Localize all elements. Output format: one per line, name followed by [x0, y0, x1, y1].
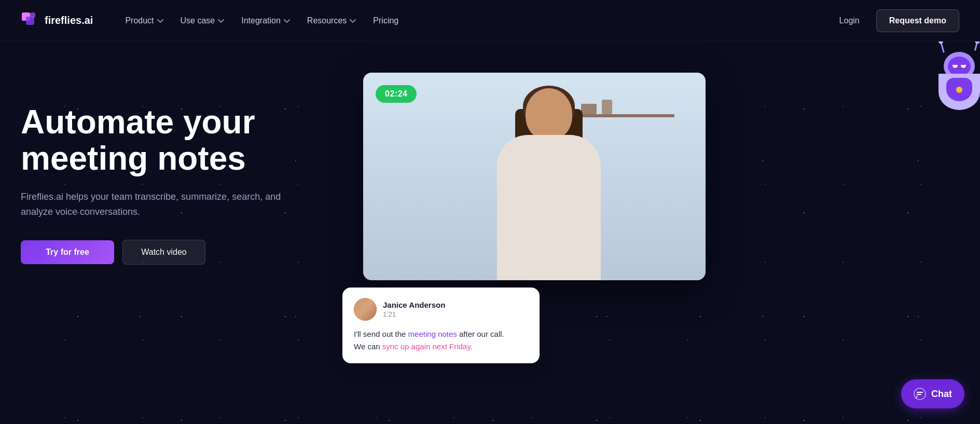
- chat-name: Janice Anderson: [383, 300, 445, 309]
- robot-body: [928, 42, 980, 114]
- svg-rect-1: [26, 17, 34, 25]
- chat-bubble-icon: [914, 388, 926, 400]
- hero-section: Automate your meeting notes Fireflies.ai…: [0, 42, 980, 424]
- chat-card-header: Janice Anderson 1:21: [354, 298, 528, 321]
- navbar: fireflies.ai Product Use case Integratio…: [0, 0, 980, 42]
- robot-mascot: [928, 42, 980, 114]
- nav-right: Login Request demo: [831, 9, 959, 32]
- login-button[interactable]: Login: [831, 12, 868, 30]
- robot-eye-right: [961, 65, 966, 68]
- logo[interactable]: fireflies.ai: [21, 11, 93, 30]
- hero-title: Automate your meeting notes: [21, 104, 332, 177]
- video-card: 02:24: [363, 73, 706, 280]
- robot-belly: [946, 78, 972, 101]
- chat-float-button[interactable]: Chat: [901, 379, 964, 408]
- nav-links: Product Use case Integration Resources P…: [118, 12, 831, 30]
- chevron-down-icon: [157, 17, 164, 24]
- chevron-down-icon: [349, 17, 356, 24]
- chat-highlight-meeting-notes: meeting notes: [408, 330, 457, 338]
- logo-icon: [21, 11, 39, 30]
- hero-left: Automate your meeting notes Fireflies.ai…: [21, 73, 332, 265]
- nav-item-use-case[interactable]: Use case: [173, 12, 232, 30]
- chat-highlight-sync-up: sync up again next Friday.: [382, 342, 473, 351]
- chat-meta: Janice Anderson 1:21: [383, 300, 445, 318]
- logo-text: fireflies.ai: [45, 15, 93, 26]
- chat-message: I'll send out the meeting notes after ou…: [354, 328, 528, 353]
- chat-time: 1:21: [383, 310, 445, 318]
- svg-rect-2: [30, 12, 35, 18]
- antenna-left-icon: [940, 42, 945, 53]
- robot-face: [948, 57, 971, 76]
- hero-right: 02:24 Janice Anderson 1:21 I'll send out…: [363, 73, 959, 332]
- nav-item-product[interactable]: Product: [118, 12, 171, 30]
- person-body: [497, 135, 601, 280]
- avatar-image: [354, 298, 377, 321]
- watch-video-button[interactable]: Watch video: [122, 240, 205, 265]
- chevron-down-icon: [283, 17, 291, 24]
- person-head: [526, 88, 572, 140]
- chat-card: Janice Anderson 1:21 I'll send out the m…: [342, 288, 540, 363]
- chevron-down-icon: [217, 17, 225, 24]
- hero-cta-row: Try for free Watch video: [21, 240, 332, 265]
- chat-text-before-highlight1: I'll send out the: [354, 330, 408, 338]
- antenna-right-icon: [974, 42, 978, 51]
- robot-eye-left: [953, 65, 958, 68]
- robot-belly-dot: [956, 87, 962, 93]
- person-figure: [476, 83, 622, 280]
- nav-item-resources[interactable]: Resources: [300, 12, 364, 30]
- try-free-button[interactable]: Try for free: [21, 240, 114, 264]
- request-demo-button[interactable]: Request demo: [876, 9, 959, 32]
- timer-badge: 02:24: [376, 85, 417, 103]
- nav-item-pricing[interactable]: Pricing: [366, 12, 406, 30]
- hero-subtitle: Fireflies.ai helps your team transcribe,…: [21, 189, 291, 220]
- avatar: [354, 298, 377, 321]
- nav-item-integration[interactable]: Integration: [234, 12, 298, 30]
- chat-float-label: Chat: [931, 389, 952, 400]
